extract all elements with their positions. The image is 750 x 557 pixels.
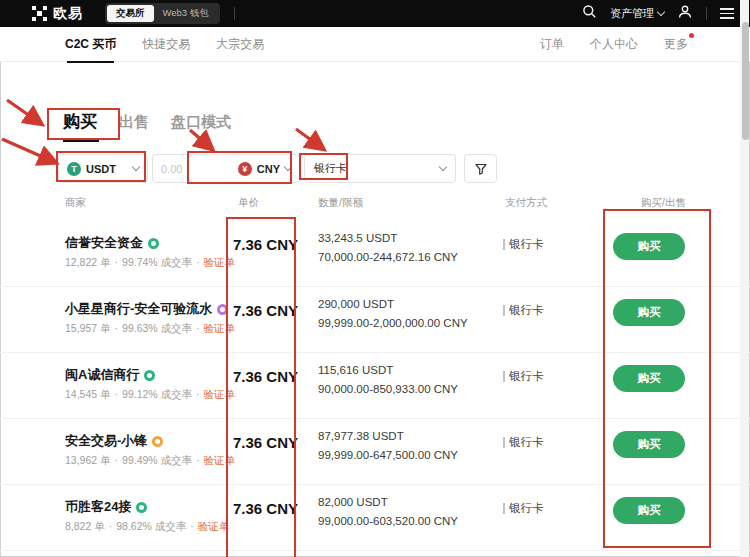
table-row: 安全交易-小锋 13,962 单·99.49% 成交率·验证单 7.36 CNY… [0, 419, 750, 485]
payment-color-bar [503, 371, 505, 382]
tab-buy[interactable]: 购买 [63, 110, 97, 133]
tab-orderbook-mode[interactable]: 盘口模式 [171, 113, 231, 132]
asset-management-menu[interactable]: 资产管理 [610, 6, 664, 21]
payment-method: 银行卡 [503, 501, 544, 516]
topbar-divider [234, 7, 235, 20]
tab-exchange[interactable]: 交易所 [107, 5, 154, 22]
payment-color-bar [503, 305, 505, 316]
menu-icon[interactable] [720, 8, 734, 19]
col-price: 单价 [238, 196, 259, 210]
verified-tag: 验证单 [204, 454, 236, 466]
buy-button[interactable]: 购买 [613, 233, 685, 260]
buy-button[interactable]: 购买 [613, 299, 685, 326]
col-merchant: 商家 [65, 196, 86, 210]
col-amount-limit: 数量/限额 [318, 196, 363, 210]
merchant-name[interactable]: 信誉安全资金 [65, 234, 159, 252]
merchant-stats: 14,545 单·99.12% 成交率·验证单 [65, 388, 235, 402]
amount-input[interactable]: 0.00 ¥ CNY [152, 154, 300, 183]
topbar-divider [706, 7, 707, 20]
arrow-to-buy-tab [7, 100, 40, 123]
scrollbar-thumb[interactable] [742, 22, 749, 140]
merchant-name[interactable]: 安全交易-小锋 [65, 432, 163, 450]
unit-price: 7.36 CNY [233, 236, 298, 253]
merchant-stats: 13,962 单·99.49% 成交率·验证单 [65, 454, 235, 468]
buy-button[interactable]: 购买 [613, 497, 685, 524]
table-row: 币胜客24接 8,822 单·98.62% 成交率·验证单 7.36 CNY 8… [0, 485, 750, 551]
verified-tag: 验证单 [204, 256, 236, 268]
top-app-bar: 欧易 交易所 Web3 钱包 资产管理 [0, 0, 750, 27]
verified-tag: 验证单 [204, 388, 236, 400]
payment-color-bar [503, 239, 505, 250]
crypto-select[interactable]: T USDT [58, 154, 148, 183]
payment-method-value: 银行卡 [314, 161, 347, 176]
buy-button[interactable]: 购买 [613, 431, 685, 458]
available-amount: 82,000 USDT [318, 496, 388, 508]
verified-tag: 验证单 [198, 520, 230, 532]
col-buy-sell: 购买/出售 [641, 196, 686, 210]
crypto-select-value: USDT [86, 163, 116, 175]
tether-icon: T [67, 162, 81, 176]
arrow-to-usdt [2, 139, 54, 162]
fiat-select-value: CNY [257, 163, 280, 175]
chevron-down-icon [657, 8, 665, 16]
unit-price: 7.36 CNY [233, 302, 298, 319]
merchant-badge-icon [148, 238, 159, 249]
nav-profile-center[interactable]: 个人中心 [590, 36, 638, 53]
merchant-name[interactable]: 闽A诚信商行 [65, 366, 155, 384]
unit-price: 7.36 CNY [233, 368, 298, 385]
merchant-name[interactable]: 小星星商行-安全可验流水 [65, 300, 228, 318]
arrow-to-bank-card [296, 129, 322, 148]
chevron-down-icon [439, 163, 447, 171]
nav-c2c-buy[interactable]: C2C 买币 [65, 36, 116, 53]
exchange-wallet-toggle: 交易所 Web3 钱包 [105, 3, 220, 24]
cny-icon: ¥ [238, 162, 252, 176]
asset-management-label: 资产管理 [610, 6, 654, 21]
tab-web3-wallet[interactable]: Web3 钱包 [154, 5, 218, 22]
available-amount: 87,977.38 USDT [318, 430, 404, 442]
order-limit: 99,000.00-603,520.00 CNY [318, 515, 458, 527]
payment-method: 银行卡 [503, 237, 544, 252]
search-icon[interactable] [582, 4, 597, 23]
table-row: 闽A诚信商行 14,545 单·99.12% 成交率·验证单 7.36 CNY … [0, 353, 750, 419]
col-payment: 支付方式 [505, 196, 547, 210]
unit-price: 7.36 CNY [233, 434, 298, 451]
okx-logo[interactable]: 欧易 [32, 5, 83, 23]
payment-method: 银行卡 [503, 369, 544, 384]
merchant-name-label: 小星星商行-安全可验流水 [65, 300, 212, 318]
payment-method-select[interactable]: 银行卡 [304, 154, 456, 183]
table-header: 商家 单价 数量/限额 支付方式 购买/出售 [0, 196, 750, 221]
payment-color-bar [503, 503, 505, 514]
available-amount: 290,000 USDT [318, 298, 394, 310]
merchant-name-label: 币胜客24接 [65, 498, 131, 516]
table-row: 小星星商行-安全可验流水 15,957 单·99.63% 成交率·验证单 7.3… [0, 287, 750, 353]
table-row: 信誉安全资金 12,822 单·99.74% 成交率·验证单 7.36 CNY … [0, 221, 750, 287]
order-limit: 99,999.00-2,000,000.00 CNY [318, 317, 468, 329]
merchant-badge-icon [217, 304, 228, 315]
nav-block-trade[interactable]: 大宗交易 [216, 36, 264, 53]
payment-method: 银行卡 [503, 303, 544, 318]
merchant-stats: 8,822 单·98.62% 成交率·验证单 [65, 520, 229, 534]
merchant-badge-icon [152, 436, 163, 447]
buy-button[interactable]: 购买 [613, 365, 685, 392]
filter-button[interactable] [464, 154, 497, 183]
nav-more[interactable]: 更多 [664, 36, 688, 53]
user-icon[interactable] [677, 4, 693, 24]
secondary-nav: C2C 买币 快捷交易 大宗交易 订单 个人中心 更多 [0, 27, 750, 62]
funnel-icon [474, 162, 488, 176]
nav-orders[interactable]: 订单 [540, 36, 564, 53]
okx-c2c-page: 欧易 交易所 Web3 钱包 资产管理 C2C 买币 快捷交易 [0, 0, 750, 557]
merchant-name[interactable]: 币胜客24接 [65, 498, 147, 516]
nav-quick-trade[interactable]: 快捷交易 [142, 36, 190, 53]
order-limit: 70,000.00-244,672.16 CNY [318, 251, 458, 263]
merchant-name-label: 安全交易-小锋 [65, 432, 147, 450]
merchant-badge-icon [144, 370, 155, 381]
payment-color-bar [503, 437, 505, 448]
okx-logo-text: 欧易 [53, 5, 83, 23]
available-amount: 33,243.5 USDT [318, 232, 397, 244]
tab-sell[interactable]: 出售 [119, 113, 149, 132]
trade-mode-tabs: 购买 出售 盘口模式 [63, 110, 231, 133]
fiat-select[interactable]: ¥ CNY [238, 162, 291, 176]
nav-more-label: 更多 [664, 37, 688, 51]
merchant-stats: 12,822 单·99.74% 成交率·验证单 [65, 256, 235, 270]
notification-dot [689, 33, 694, 38]
